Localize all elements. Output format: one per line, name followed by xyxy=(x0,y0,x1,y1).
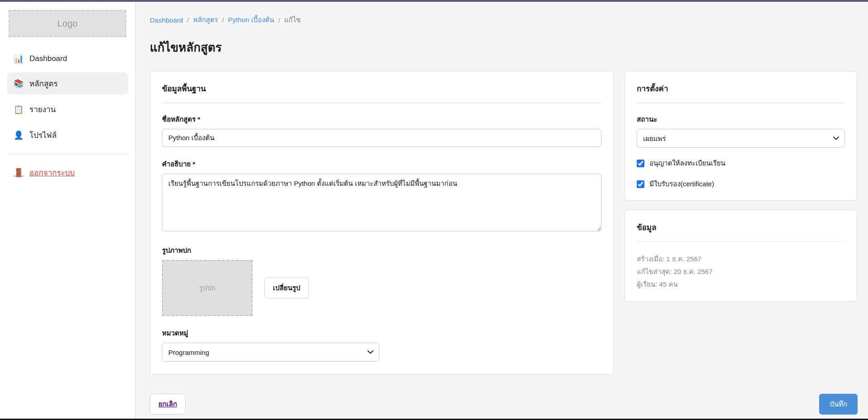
breadcrumb-link-courses[interactable]: หลักสูตร xyxy=(193,14,218,25)
logout-link[interactable]: 🚪 ออกจากระบบ xyxy=(7,166,81,179)
certificate-label[interactable]: มีใบรับรอง(certificate) xyxy=(649,179,714,189)
card-divider xyxy=(162,103,601,103)
person-icon: 👤 xyxy=(14,130,24,140)
sidebar-divider xyxy=(7,154,128,155)
breadcrumb-link-dashboard[interactable]: Dashboard xyxy=(150,16,183,24)
logout-label: ออกจากระบบ xyxy=(29,166,75,179)
course-name-input[interactable] xyxy=(162,129,601,147)
cover-placeholder-text: รูปปก xyxy=(199,283,215,293)
sidebar-item-label: โปรไฟล์ xyxy=(29,129,57,141)
settings-heading: การตั้งค่า xyxy=(637,82,845,94)
basic-info-heading: ข้อมูลพื้นฐาน xyxy=(162,82,601,94)
form-actions: ยกเลิก บันทึก xyxy=(150,394,858,415)
sidebar-item-profile[interactable]: 👤 โปรไฟล์ xyxy=(7,124,128,146)
category-select[interactable]: Programming xyxy=(162,343,379,362)
main-content: Dashboard / หลักสูตร / Python เบื้องต้น … xyxy=(136,2,868,419)
course-name-label: ชื่อหลักสูตร * xyxy=(162,114,601,125)
certificate-checkbox[interactable] xyxy=(637,180,644,188)
sidebar-nav: 📊 Dashboard 📚 หลักสูตร 📋 รายงาน 👤 โปรไฟล… xyxy=(0,49,135,146)
settings-card: การตั้งค่า สถานะ เผยแพร่ อนุญาตให้ลงทะเบ… xyxy=(625,71,857,201)
description-label: คำอธิบาย * xyxy=(162,159,601,170)
sidebar-item-dashboard[interactable]: 📊 Dashboard xyxy=(7,49,128,69)
bar-chart-icon: 📊 xyxy=(14,54,24,64)
allow-enrollment-row: อนุญาตให้ลงทะเบียนเรียน xyxy=(637,158,845,169)
student-count-text: ผู้เรียน: 45 คน xyxy=(637,278,845,291)
info-heading: ข้อมูล xyxy=(637,221,845,233)
top-accent-bar xyxy=(0,0,868,2)
logo-text: Logo xyxy=(57,19,78,29)
last-edited-text: แก้ไขล่าสุด: 20 ธ.ค. 2567 xyxy=(637,265,845,278)
status-select[interactable]: เผยแพร่ xyxy=(637,129,845,148)
allow-enrollment-label[interactable]: อนุญาตให้ลงทะเบียนเรียน xyxy=(649,158,725,169)
cover-image-label: รูปภาพปก xyxy=(162,245,601,256)
breadcrumb-link-course[interactable]: Python เบื้องต้น xyxy=(228,14,274,25)
certificate-row: มีใบรับรอง(certificate) xyxy=(637,179,845,189)
sidebar-item-label: หลักสูตร xyxy=(29,77,57,90)
created-date-text: สร้างเมื่อ: 1 ธ.ค. 2567 xyxy=(637,253,845,265)
sidebar-item-label: Dashboard xyxy=(29,54,67,63)
save-button[interactable]: บันทึก xyxy=(819,394,858,415)
breadcrumb-separator: / xyxy=(222,16,224,24)
sidebar-item-reports[interactable]: 📋 รายงาน xyxy=(7,98,128,120)
card-divider xyxy=(637,241,845,242)
door-icon: 🚪 xyxy=(14,168,24,178)
category-label: หมวดหมู่ xyxy=(162,328,601,339)
cover-image-placeholder: รูปปก xyxy=(162,260,253,316)
status-label: สถานะ xyxy=(637,114,845,125)
description-textarea[interactable]: เรียนรู้พื้นฐานการเขียนโปรแกรมด้วยภาษา P… xyxy=(162,174,601,231)
books-icon: 📚 xyxy=(14,79,24,89)
sidebar-item-label: รายงาน xyxy=(29,103,56,115)
info-card: ข้อมูล สร้างเมื่อ: 1 ธ.ค. 2567 แก้ไขล่าส… xyxy=(625,210,857,302)
allow-enrollment-checkbox[interactable] xyxy=(637,160,644,167)
page-title: แก้ไขหลักสูตร xyxy=(150,38,857,57)
logo: Logo xyxy=(9,10,126,37)
clipboard-icon: 📋 xyxy=(14,104,24,114)
breadcrumb-separator: / xyxy=(278,16,280,24)
cancel-button[interactable]: ยกเลิก xyxy=(150,394,186,415)
breadcrumb: Dashboard / หลักสูตร / Python เบื้องต้น … xyxy=(150,14,857,25)
cancel-button-label: ยกเลิก xyxy=(158,400,177,408)
card-divider xyxy=(637,103,845,103)
basic-info-card: ข้อมูลพื้นฐาน ชื่อหลักสูตร * คำอธิบาย * … xyxy=(150,71,614,375)
breadcrumb-current: แก้ไข xyxy=(284,14,301,25)
sidebar-item-courses[interactable]: 📚 หลักสูตร xyxy=(7,72,128,94)
sidebar: Logo 📊 Dashboard 📚 หลักสูตร 📋 รายงาน 👤 โ… xyxy=(0,2,136,419)
change-image-button[interactable]: เปลี่ยนรูป xyxy=(264,278,309,298)
breadcrumb-separator: / xyxy=(187,16,189,24)
